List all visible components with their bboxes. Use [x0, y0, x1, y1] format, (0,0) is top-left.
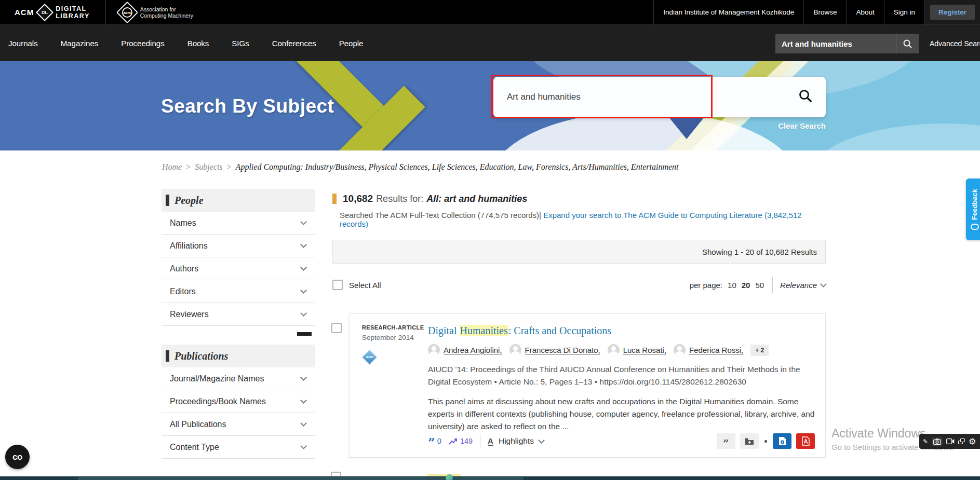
- main-nav-bar: Journals Magazines Proceedings Books SIG…: [0, 24, 980, 61]
- avatar: [428, 344, 440, 356]
- chevron-down-icon: [300, 218, 307, 225]
- result-title-link[interactable]: Digital Humanities: Crafts and Occupatio…: [428, 324, 815, 337]
- breadcrumb-separator: >: [186, 162, 191, 172]
- results-query: All: art and humanities: [426, 194, 527, 204]
- facet-content-type[interactable]: Content Type: [162, 436, 315, 459]
- browser-globe-icon[interactable]: [446, 474, 453, 480]
- facet-reviewers[interactable]: Reviewers: [162, 303, 315, 326]
- facet-proceedings-book-names[interactable]: Proceedings/Book Names: [162, 390, 315, 413]
- author-link[interactable]: Luca Rosati,: [608, 344, 666, 356]
- dl-diamond-icon: DL: [36, 4, 53, 21]
- nav-proceedings[interactable]: Proceedings: [121, 39, 164, 48]
- chevron-down-icon: [300, 420, 307, 427]
- facet-scrollbar-thumb[interactable]: [297, 332, 312, 336]
- nav-magazines[interactable]: Magazines: [61, 39, 99, 48]
- select-all-checkbox[interactable]: [332, 280, 343, 290]
- layers-icon[interactable]: [958, 438, 965, 444]
- facet-editors[interactable]: Editors: [162, 280, 315, 303]
- per-page-10[interactable]: 10: [728, 281, 736, 290]
- nav-books[interactable]: Books: [187, 39, 209, 48]
- facet-affiliations[interactable]: Affiliations: [162, 235, 315, 257]
- facet-authors[interactable]: Authors: [162, 257, 315, 280]
- acm-association-logo[interactable]: acm Association for Computing Machinery: [119, 5, 193, 20]
- header-search-input[interactable]: [775, 34, 896, 53]
- pdf-icon: [802, 436, 810, 446]
- result-abstract: This panel aims at discussing about new …: [428, 395, 815, 433]
- chevron-down-icon: [300, 241, 307, 248]
- nav-people[interactable]: People: [339, 39, 364, 48]
- doi-link[interactable]: https://doi.org/10.1145/2802612.2802630: [600, 377, 746, 386]
- clear-search-link[interactable]: Clear Search: [762, 121, 826, 130]
- section-accent-bar: [166, 350, 169, 362]
- browse-link[interactable]: Browse: [803, 0, 846, 24]
- quote-icon: ”: [723, 442, 729, 446]
- annotate-pen-icon[interactable]: ✎: [923, 439, 928, 444]
- author-list: Andrea Angiolini, Francesca Di Donato, L…: [428, 344, 815, 356]
- search-term-highlight: Humanities: [460, 325, 508, 336]
- acm-dl-logo[interactable]: ACM DL DIGITAL LIBRARY: [15, 5, 90, 20]
- section-accent-bar: [166, 195, 169, 206]
- subject-search-button[interactable]: [798, 88, 813, 106]
- advanced-search-link[interactable]: Advanced Search: [930, 25, 980, 62]
- folder-plus-icon: [745, 437, 754, 445]
- per-page-20-selected[interactable]: 20: [742, 281, 750, 290]
- header-search: [775, 34, 919, 53]
- chevron-down-icon: [300, 310, 307, 317]
- gear-icon[interactable]: ⚙: [969, 436, 976, 446]
- facet-sidebar: People Names Affiliations Authors Editor…: [162, 189, 315, 459]
- ereader-doc-icon: [778, 436, 786, 446]
- screenshot-camera-icon[interactable]: [932, 437, 943, 446]
- result-metrics-row: ” 0 149 A Highlights ”: [428, 433, 815, 449]
- nav-conferences[interactable]: Conferences: [272, 39, 316, 48]
- chevron-down-icon: [300, 287, 307, 294]
- sort-dropdown[interactable]: Relevance: [780, 281, 826, 290]
- per-page-50[interactable]: 50: [755, 281, 764, 290]
- cite-button[interactable]: ”: [717, 433, 735, 449]
- citation-quote-icon[interactable]: ”: [428, 441, 435, 446]
- search-icon: [798, 88, 813, 104]
- result-type-badge: RESEARCH-ARTICLE: [362, 324, 424, 331]
- usage-trend-icon[interactable]: [449, 437, 458, 445]
- result-checkbox[interactable]: [331, 323, 342, 333]
- results-summary: 10,682 Results for: All: art and humanit…: [332, 193, 826, 204]
- register-button[interactable]: Register: [930, 5, 975, 20]
- per-page-label: per page:: [690, 281, 722, 290]
- nav-sigs[interactable]: SIGs: [232, 39, 249, 48]
- chevron-down-icon: [300, 397, 307, 404]
- acm-diamond-icon: acm: [116, 1, 138, 23]
- subject-search-input[interactable]: [498, 81, 705, 113]
- citation-count[interactable]: 0: [437, 437, 441, 445]
- facet-all-publications[interactable]: All Publications: [162, 413, 315, 436]
- ereader-button[interactable]: [773, 433, 791, 449]
- highlights-toggle[interactable]: Highlights: [499, 436, 534, 446]
- facet-journal-magazine-names[interactable]: Journal/Magazine Names: [162, 367, 315, 390]
- result-actions: ”: [717, 433, 815, 449]
- pdf-button[interactable]: [796, 433, 815, 449]
- add-to-collection-button[interactable]: [740, 433, 759, 449]
- breadcrumb-subjects[interactable]: Subjects: [195, 162, 222, 172]
- record-video-icon[interactable]: [946, 438, 955, 444]
- facet-names[interactable]: Names: [162, 212, 315, 235]
- breadcrumb-home[interactable]: Home: [162, 162, 182, 172]
- top-header-bar: ACM DL DIGITAL LIBRARY acm Association f…: [0, 0, 980, 24]
- institution-link[interactable]: Indian Institute of Management Kozhikode: [653, 0, 803, 24]
- usage-count[interactable]: 149: [460, 437, 473, 445]
- sign-in-link[interactable]: Sign in: [884, 0, 924, 24]
- about-link[interactable]: About: [846, 0, 883, 24]
- chevron-down-icon[interactable]: [538, 437, 545, 444]
- speech-bubble-icon: …: [971, 224, 979, 230]
- results-area: 10,682 Results for: All: art and humanit…: [332, 189, 826, 458]
- nav-journals[interactable]: Journals: [8, 39, 38, 48]
- accessibility-widget-button[interactable]: co: [5, 445, 30, 469]
- avatar: [674, 344, 686, 356]
- header-search-button[interactable]: [896, 34, 919, 53]
- author-link[interactable]: Federica Rossi,: [674, 344, 743, 356]
- feedback-tab[interactable]: Feedback …: [966, 179, 980, 240]
- more-authors-button[interactable]: + 2: [750, 345, 769, 356]
- taskbar-window-segment[interactable]: [78, 477, 523, 480]
- taskbar[interactable]: [0, 476, 980, 480]
- avatar: [608, 344, 620, 356]
- assoc-line2: Computing Machinery: [140, 12, 193, 19]
- author-link[interactable]: Francesca Di Donato,: [509, 344, 600, 356]
- author-link[interactable]: Andrea Angiolini,: [428, 344, 502, 356]
